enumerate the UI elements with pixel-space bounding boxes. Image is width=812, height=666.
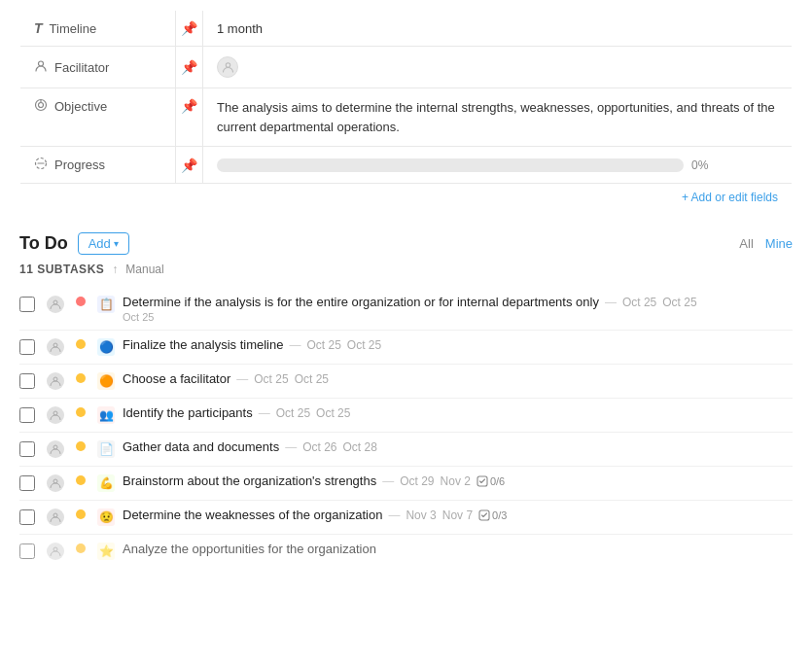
- task-name-text-1[interactable]: Determine if the analysis is for the ent…: [123, 295, 599, 309]
- task-checkbox-8[interactable]: [19, 543, 35, 559]
- assignee-avatar-2: [47, 338, 64, 356]
- task-name-5: Gather data and documents — Oct 26 Oct 2…: [123, 439, 793, 454]
- task-checkbox-2[interactable]: [19, 339, 35, 355]
- facilitator-label: Facilitator: [54, 60, 109, 75]
- todo-header: To Do Add ▾ All Mine: [19, 232, 793, 255]
- task-checkbox-4[interactable]: [19, 407, 35, 423]
- add-edit-row: + Add or edit fields: [20, 184, 793, 211]
- priority-dot-3: [76, 373, 86, 383]
- svg-point-8: [53, 377, 57, 381]
- task-name-7: Determine the weaknesses of the organiza…: [123, 508, 793, 522]
- field-row-timeline: T Timeline 📌 1 month: [20, 11, 793, 47]
- task-row: 😟 Determine the weaknesses of the organi…: [19, 501, 793, 535]
- priority-dot-5: [76, 441, 86, 451]
- task-separator-6: —: [382, 474, 394, 488]
- task-checkbox-6[interactable]: [19, 475, 35, 491]
- task-separator-1: —: [605, 296, 617, 309]
- task-date1-5: Oct 26: [302, 440, 336, 454]
- task-date2-6: Nov 2: [441, 474, 471, 488]
- objective-pin-icon[interactable]: 📌: [181, 98, 197, 114]
- add-chevron-icon: ▾: [114, 238, 119, 249]
- task-priority-1: [76, 297, 89, 306]
- task-separator-2: —: [289, 338, 300, 352]
- task-name-3: Choose a facilitator — Oct 25 Oct 25: [123, 371, 793, 386]
- task-type-icon-6: 💪: [97, 474, 115, 492]
- progress-percent: 0%: [691, 158, 708, 172]
- task-name-text-2[interactable]: Finalize the analysis timeline: [123, 337, 283, 352]
- task-date1-6: Oct 29: [400, 474, 434, 488]
- task-content-2: Finalize the analysis timeline — Oct 25 …: [123, 337, 793, 352]
- task-priority-4: [76, 407, 89, 417]
- sort-arrow-icon[interactable]: ↑: [112, 263, 118, 276]
- timeline-pin-icon[interactable]: 📌: [181, 20, 197, 36]
- task-checkbox-3[interactable]: [19, 373, 35, 389]
- task-date2-7: Nov 7: [442, 508, 473, 522]
- filter-all[interactable]: All: [739, 236, 753, 251]
- task-priority-3: [76, 373, 89, 383]
- assignee-avatar-6: [47, 474, 64, 492]
- progress-bar-bg: [217, 158, 684, 172]
- add-edit-fields-link[interactable]: + Add or edit fields: [682, 191, 778, 204]
- field-row-progress: Progress 📌 0%: [20, 147, 793, 184]
- facilitator-icon: [34, 59, 48, 76]
- task-priority-6: [76, 475, 89, 485]
- task-checkbox-1[interactable]: [19, 297, 35, 312]
- task-date1-2: Oct 25: [306, 338, 340, 352]
- assignee-avatar-5: [47, 440, 64, 458]
- progress-label: Progress: [54, 158, 105, 172]
- svg-point-9: [53, 411, 57, 415]
- facilitator-pin-icon[interactable]: 📌: [181, 59, 197, 75]
- svg-point-6: [53, 300, 57, 304]
- filter-mine[interactable]: Mine: [765, 236, 793, 251]
- task-content-7: Determine the weaknesses of the organiza…: [123, 508, 793, 522]
- svg-point-13: [53, 513, 57, 517]
- progress-bar-container: 0%: [217, 158, 778, 172]
- task-name-text-8[interactable]: Analyze the opportunities for the organi…: [123, 542, 376, 556]
- task-type-icon-7: 😟: [97, 508, 115, 526]
- task-assignee-1: [43, 295, 68, 314]
- add-button[interactable]: Add ▾: [78, 232, 129, 255]
- task-type-icon-4: 👥: [97, 406, 115, 424]
- task-type-icon-3: 🟠: [97, 372, 115, 390]
- task-date1-3: Oct 25: [254, 372, 288, 386]
- task-name-text-3[interactable]: Choose a facilitator: [123, 371, 230, 386]
- task-separator-5: —: [285, 440, 297, 454]
- subtasks-meta: 11 SUBTASKS ↑ Manual: [19, 263, 793, 276]
- task-type-icon-8: ⭐: [97, 543, 115, 560]
- todo-title: To Do: [19, 233, 68, 254]
- task-name-text-5[interactable]: Gather data and documents: [123, 439, 279, 454]
- task-row: 📋 Determine if the analysis is for the e…: [19, 288, 793, 331]
- progress-pin-icon[interactable]: 📌: [181, 158, 197, 173]
- task-name-text-7[interactable]: Determine the weaknesses of the organiza…: [123, 508, 382, 522]
- task-priority-2: [76, 339, 89, 349]
- field-row-facilitator: Facilitator 📌: [20, 47, 793, 88]
- task-assignee-7: [43, 508, 68, 527]
- task-row: ⭐ Analyze the opportunities for the orga…: [19, 535, 793, 568]
- task-content-6: Brainstorm about the organization's stre…: [123, 473, 793, 488]
- task-name-text-6[interactable]: Brainstorm about the organization's stre…: [123, 473, 376, 488]
- todo-right: All Mine: [739, 236, 793, 251]
- task-type-icon-1: 📋: [97, 296, 115, 313]
- svg-point-1: [226, 62, 229, 66]
- task-checkbox-7[interactable]: [19, 509, 35, 525]
- task-checklist-6: 0/6: [477, 475, 505, 487]
- task-priority-7: [76, 509, 89, 519]
- objective-label: Objective: [54, 99, 107, 114]
- task-separator-4: —: [259, 406, 270, 420]
- svg-point-7: [53, 343, 57, 347]
- svg-point-0: [39, 61, 44, 66]
- task-date2-5: Oct 28: [343, 440, 377, 454]
- task-content-8: Analyze the opportunities for the organi…: [123, 542, 793, 556]
- subtasks-count: 11 SUBTASKS: [19, 263, 104, 276]
- add-button-label: Add: [88, 236, 111, 251]
- task-date2-1: Oct 25: [662, 296, 696, 309]
- progress-icon: [34, 157, 48, 173]
- task-checkbox-5[interactable]: [19, 441, 35, 457]
- assignee-avatar-3: [47, 372, 64, 390]
- task-name-text-4[interactable]: Identify the participants: [123, 405, 253, 420]
- task-assignee-8: [43, 542, 68, 561]
- task-row: 🔵 Finalize the analysis timeline — Oct 2…: [19, 331, 793, 365]
- svg-point-3: [39, 103, 44, 108]
- timeline-value: 1 month: [217, 21, 263, 36]
- priority-dot-7: [76, 509, 86, 519]
